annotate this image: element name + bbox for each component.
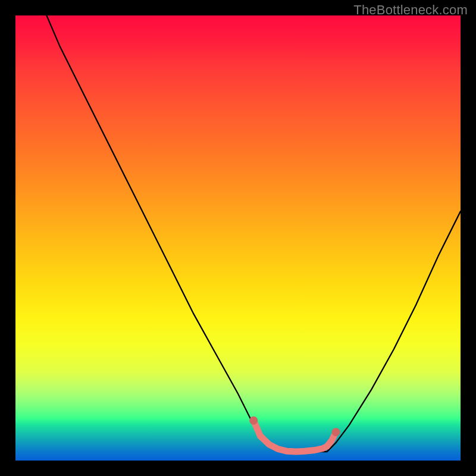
optimal-range-highlight <box>253 421 336 452</box>
optimal-range-start-dot <box>249 416 258 425</box>
optimal-range-end-dot <box>332 428 340 436</box>
chart-overlay <box>15 15 461 461</box>
chart-frame <box>15 15 461 461</box>
bottleneck-curve <box>46 15 461 452</box>
